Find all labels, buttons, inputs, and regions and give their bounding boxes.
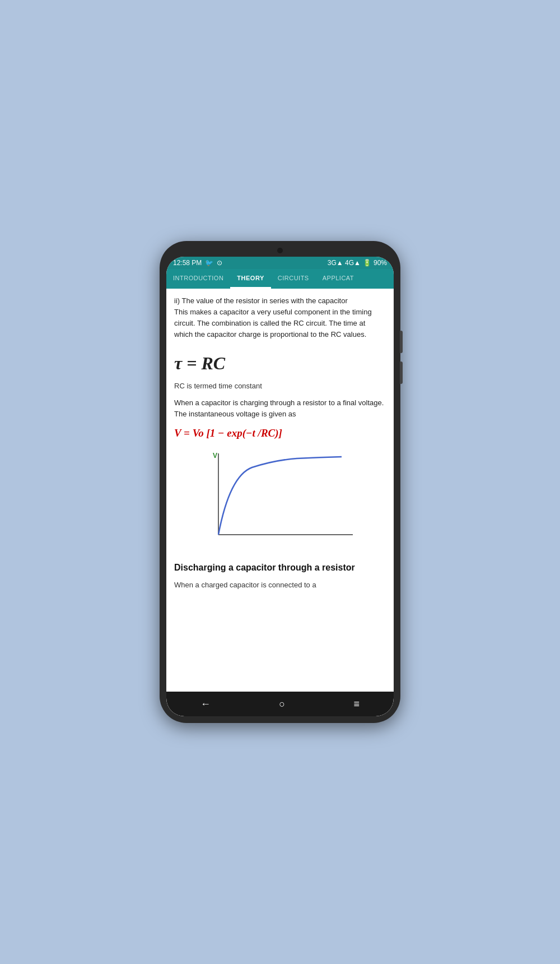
bottom-nav: ← ○ ≡ (166, 692, 394, 716)
formula-v: V = Vo [1 − exp(−t /RC)] (174, 425, 386, 441)
status-right: 3G▲ 4G▲ 🔋 90% (328, 259, 387, 267)
phone-screen: 12:58 PM 🐦 ⊙ 3G▲ 4G▲ 🔋 90% INTRODUCTION … (166, 257, 394, 716)
time-constant-label: RC is termed time constant (174, 381, 386, 392)
camera-icon: ⊙ (217, 259, 222, 267)
tab-theory[interactable]: THEORY (230, 269, 270, 289)
intro-text-1: ii) The value of the resistor in series … (174, 295, 386, 341)
status-bar: 12:58 PM 🐦 ⊙ 3G▲ 4G▲ 🔋 90% (166, 257, 394, 269)
volume-down-button[interactable] (400, 362, 403, 384)
volume-up-button[interactable] (400, 331, 403, 353)
battery-icon: 🔋 (363, 259, 371, 267)
charging-chart: V (174, 448, 386, 552)
discharge-heading: Discharging a capacitor through a resist… (174, 561, 386, 575)
status-time: 12:58 PM (173, 259, 202, 267)
charging-text: When a capacitor is charging through a r… (174, 397, 386, 420)
home-button[interactable]: ○ (270, 694, 294, 715)
camera-dot (277, 248, 283, 253)
formula-tau: τ = RC (174, 350, 386, 378)
battery-percent: 90% (374, 259, 387, 267)
tab-circuits[interactable]: CIRCUITS (271, 269, 316, 289)
twitter-icon: 🐦 (205, 259, 213, 267)
back-button[interactable]: ← (192, 694, 220, 715)
status-left: 12:58 PM 🐦 ⊙ (173, 259, 222, 267)
svg-text:V: V (213, 452, 217, 460)
network-status: 3G▲ 4G▲ (328, 259, 361, 267)
tab-introduction[interactable]: INTRODUCTION (166, 269, 230, 289)
main-content: ii) The value of the resistor in series … (166, 289, 394, 692)
tab-applications[interactable]: APPLICAT (316, 269, 361, 289)
phone-device: 12:58 PM 🐦 ⊙ 3G▲ 4G▲ 🔋 90% INTRODUCTION … (160, 241, 400, 723)
nav-tabs: INTRODUCTION THEORY CIRCUITS APPLICAT (166, 269, 394, 289)
chart-svg: V (174, 448, 386, 549)
discharge-text: When a charged capacitor is connected to… (174, 580, 386, 591)
menu-button[interactable]: ≡ (344, 694, 368, 715)
